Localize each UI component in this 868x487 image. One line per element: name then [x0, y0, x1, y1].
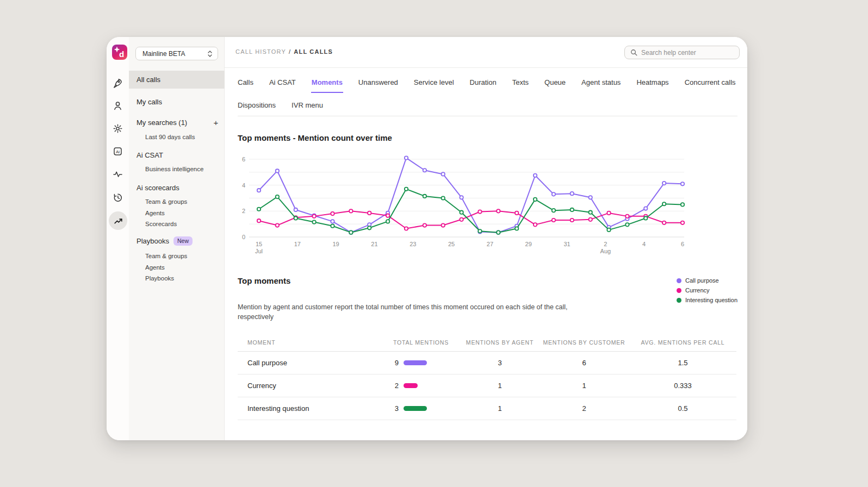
sidebar: Mainline BETA All calls My calls My sear… [129, 37, 225, 440]
tabs-row-1: Calls Ai CSAT Moments Unanswered Service… [237, 76, 736, 93]
app-logo[interactable]: d [112, 45, 127, 60]
interesting-question-dot-icon [677, 298, 681, 303]
sidebar-item-sc-scorecards[interactable]: Scorecards [145, 221, 177, 227]
search-input[interactable]: Search help center [624, 46, 740, 59]
tab-service-level[interactable]: Service level [413, 76, 455, 93]
tab-moments[interactable]: Moments [311, 76, 343, 93]
svg-text:0: 0 [242, 234, 245, 240]
person-icon[interactable] [113, 101, 123, 111]
table-row[interactable]: Interesting question 3 1 2 0.5 [238, 397, 736, 420]
table-row[interactable]: Currency 2 1 1 0.333 [238, 374, 736, 397]
moment-cell: Interesting question [238, 397, 393, 420]
ai-notes-icon[interactable]: Ai [113, 146, 123, 157]
icon-rail: d Ai [107, 37, 129, 440]
activity-pulse-icon[interactable] [113, 169, 123, 179]
history-icon[interactable] [113, 192, 123, 203]
my-searches-label: My searches (1) [137, 118, 187, 127]
svg-text:d: d [119, 49, 124, 59]
mentions-line-chart[interactable]: 0246151719212325272931246JulAug [225, 146, 747, 261]
customer-value: 2 [539, 397, 629, 420]
header-mentions-by-customer[interactable]: MENTIONS BY CUSTOMER [539, 335, 629, 352]
header-moment[interactable]: MOMENT [238, 335, 393, 352]
svg-text:4: 4 [242, 182, 245, 189]
sidebar-item-sc-agents[interactable]: Agents [145, 210, 165, 216]
call-purpose-dot-icon [677, 278, 681, 283]
sidebar-section-ai-scorecards[interactable]: Ai scorecards [137, 184, 179, 192]
sidebar-item-last-90-days-calls[interactable]: Last 90 days calls [145, 134, 195, 140]
chevron-up-down-icon [207, 49, 213, 58]
sidebar-item-business-intelligence[interactable]: Business intelligence [145, 166, 203, 172]
tab-calls[interactable]: Calls [237, 76, 254, 93]
customer-value: 6 [539, 352, 629, 374]
sidebar-item-pb-team-groups[interactable]: Team & groups [145, 253, 187, 259]
legend-label: Currency [685, 287, 710, 294]
total-value: 3 [393, 404, 399, 413]
agent-value: 3 [461, 352, 539, 374]
header-total-mentions[interactable]: TOTAL MENTIONS [393, 335, 461, 352]
sidebar-section-ai-csat[interactable]: Ai CSAT [137, 151, 163, 159]
sidebar-item-all-calls[interactable]: All calls [129, 71, 225, 89]
tabs-row-2: Dispositions IVR menu [237, 99, 324, 115]
moment-cell: Call purpose [238, 352, 393, 374]
tab-ivr-menu[interactable]: IVR menu [291, 99, 324, 115]
sidebar-item-pb-playbooks[interactable]: Playbooks [145, 275, 174, 282]
avg-value: 0.333 [629, 374, 736, 397]
total-bar [404, 360, 427, 365]
topbar: CALL HISTORY/ALL CALLS Search help cente… [225, 37, 747, 68]
header-mentions-by-agent[interactable]: MENTIONS BY AGENT [461, 335, 539, 352]
tabs-separator [238, 116, 737, 116]
tab-duration[interactable]: Duration [469, 76, 497, 93]
table-row[interactable]: Call purpose 9 3 6 1.5 [238, 352, 736, 374]
tab-ai-csat[interactable]: Ai CSAT [269, 76, 296, 93]
breadcrumb-separator: / [289, 48, 291, 55]
sidebar-section-my-searches[interactable]: My searches (1) [137, 118, 187, 127]
svg-text:Ai: Ai [116, 149, 120, 154]
tab-concurrent-calls[interactable]: Concurrent calls [684, 76, 736, 93]
total-value: 2 [393, 382, 399, 390]
search-placeholder: Search help center [641, 49, 696, 57]
add-search-button[interactable]: + [212, 118, 220, 127]
svg-text:27: 27 [487, 241, 493, 247]
svg-text:6: 6 [242, 156, 245, 163]
agent-value: 1 [461, 374, 539, 397]
sidebar-section-playbooks[interactable]: Playbooks New [137, 236, 193, 246]
svg-text:6: 6 [681, 241, 684, 247]
app-window: d Ai Mainline BETA All calls [107, 37, 747, 440]
workspace-name: Mainline BETA [142, 50, 207, 58]
sidebar-item-sc-team-groups[interactable]: Team & groups [145, 198, 187, 205]
playbooks-label: Playbooks [137, 237, 169, 245]
sidebar-item-my-calls[interactable]: My calls [129, 93, 225, 110]
sidebar-item-pb-agents[interactable]: Agents [145, 264, 165, 271]
settings-gear-icon[interactable] [113, 123, 123, 134]
svg-text:17: 17 [294, 241, 301, 247]
tab-agent-status[interactable]: Agent status [581, 76, 621, 93]
top-moments-table: MOMENT TOTAL MENTIONS MENTIONS BY AGENT … [238, 335, 736, 420]
new-badge: New [173, 236, 193, 246]
svg-text:Jul: Jul [255, 248, 263, 254]
trending-up-icon[interactable] [109, 211, 127, 230]
main-content: CALL HISTORY/ALL CALLS Search help cente… [225, 37, 747, 440]
currency-dot-icon [677, 288, 681, 293]
breadcrumb-section[interactable]: CALL HISTORY [235, 48, 286, 55]
top-moments-description: Mention by agent and customer report the… [238, 302, 575, 322]
tab-queue[interactable]: Queue [544, 76, 566, 93]
moment-cell: Currency [238, 374, 393, 397]
svg-text:29: 29 [525, 241, 532, 247]
chart-title: Top moments - Mention count over time [238, 133, 392, 142]
legend-item-currency[interactable]: Currency [677, 287, 737, 294]
workspace-selector[interactable]: Mainline BETA [135, 47, 218, 60]
svg-text:23: 23 [410, 241, 416, 247]
tab-heatmaps[interactable]: Heatmaps [636, 76, 669, 93]
svg-text:4: 4 [642, 241, 646, 247]
header-avg-mentions-per-call[interactable]: AVG. MENTIONS PER CALL [629, 335, 736, 352]
total-bar [404, 383, 418, 388]
rocket-icon[interactable] [113, 78, 123, 88]
legend-label: Interesting question [685, 297, 737, 303]
tab-dispositions[interactable]: Dispositions [237, 99, 276, 115]
legend-item-interesting-question[interactable]: Interesting question [677, 297, 737, 303]
tab-unanswered[interactable]: Unanswered [358, 76, 399, 93]
legend-item-call-purpose[interactable]: Call purpose [677, 277, 737, 284]
svg-text:25: 25 [448, 241, 455, 247]
ai-csat-label: Ai CSAT [137, 151, 163, 159]
tab-texts[interactable]: Texts [512, 76, 529, 93]
